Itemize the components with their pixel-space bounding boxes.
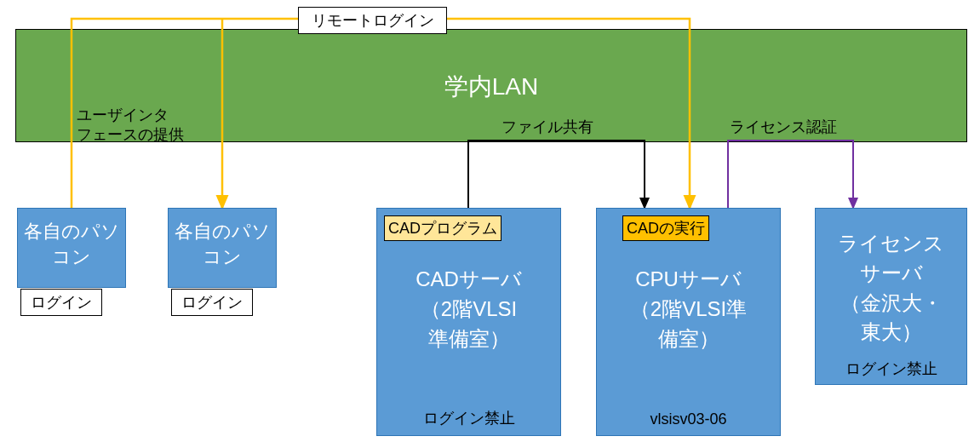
cad-title-l3: 準備室） <box>377 324 560 354</box>
cpu-server-box: CADの実行 CPUサーバ （2階VLSI準 備室） vlsisv03‐06 <box>596 208 781 436</box>
label-ui-provide-l1: ユーザインタ <box>77 106 213 125</box>
lic-title-l2: サーバ <box>816 259 966 289</box>
license-server-box: ライセンス サーバ （金沢大・ 東大） ログイン禁止 <box>815 208 967 385</box>
pc2-login-tag: ログイン <box>171 289 253 316</box>
label-remote-login: リモートログイン <box>298 7 447 34</box>
lic-title-l3: （金沢大・ <box>816 289 966 319</box>
lic-title-l4: 東大） <box>816 318 966 347</box>
cpu-footer: vlsisv03‐06 <box>597 410 780 428</box>
pc1-title-l2: コン <box>18 244 125 270</box>
lic-footer: ログイン禁止 <box>816 359 966 379</box>
label-ui-provide-l2: フェースの提供 <box>77 125 213 145</box>
label-ui-provide: ユーザインタ フェースの提供 <box>77 106 213 146</box>
pc1-login-tag: ログイン <box>20 289 102 316</box>
label-file-share: ファイル共有 <box>484 117 611 137</box>
label-license-auth: ライセンス認証 <box>715 117 851 137</box>
cpu-title-l1: CPUサーバ <box>597 265 780 295</box>
cad-server-box: CADプログラム CADサーバ （2階VLSI 準備室） ログイン禁止 <box>376 208 561 436</box>
cad-footer: ログイン禁止 <box>377 408 560 428</box>
cad-tag: CADプログラム <box>384 215 501 241</box>
pc2-title-l2: コン <box>169 244 276 270</box>
cpu-tag: CADの実行 <box>622 215 709 241</box>
pc2-box: 各自のパソ コン <box>168 208 277 288</box>
cpu-title-l2: （2階VLSI準 <box>597 295 780 324</box>
pc1-title-l1: 各自のパソ <box>18 219 125 244</box>
pc1-box: 各自のパソ コン <box>17 208 126 288</box>
cpu-title-l3: 備室） <box>597 324 780 354</box>
pc2-title-l1: 各自のパソ <box>169 219 276 244</box>
cad-title-l2: （2階VLSI <box>377 295 560 324</box>
cad-title-l1: CADサーバ <box>377 265 560 295</box>
lic-title-l1: ライセンス <box>816 229 966 259</box>
